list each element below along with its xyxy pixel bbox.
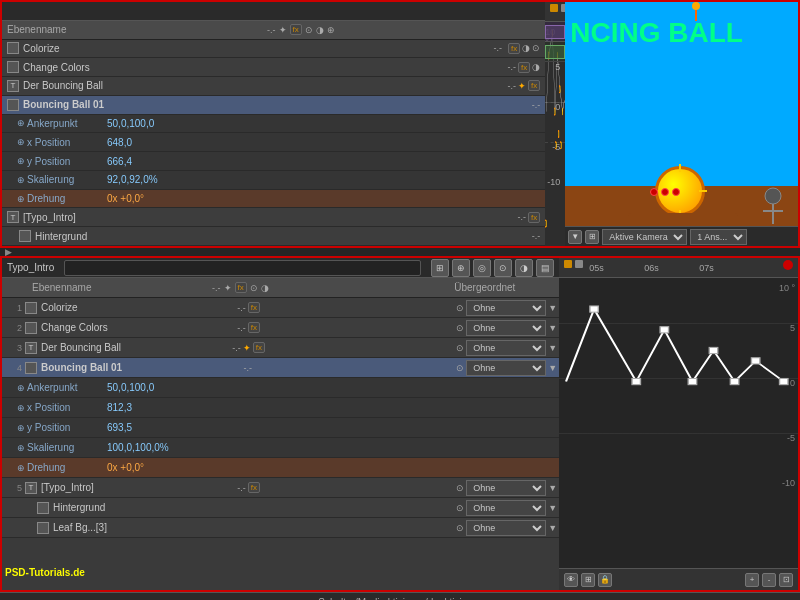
layer-checkbox-hintergrund[interactable] [19, 230, 31, 242]
b-ruler-mark-07s: 07s [699, 263, 714, 273]
b-parent-select-bouncing-ball-01[interactable]: Ohne [466, 360, 546, 376]
layer-row-change-colors[interactable]: Change Colors -.- fx ◑ [2, 58, 545, 77]
graph-ctrl-eye[interactable]: 👁 [564, 573, 578, 587]
track-change-colors [545, 42, 565, 62]
b-parent-icon-leaf-bg: ⊙ [456, 523, 464, 533]
b-parent-arrow-bouncing-ball-01: ▼ [548, 363, 557, 373]
kf-mid2 [559, 131, 560, 138]
b-layer-row-ankerpunkt[interactable]: ⊕ Ankerpunkt 50,0,100,0 [2, 378, 559, 398]
layer-row-ankerpunkt[interactable]: ⊕ Ankerpunkt 50,0,100,0 [2, 115, 545, 134]
track-bar-colorize [545, 25, 565, 39]
b-parent-arrow-change-colors: ▼ [548, 323, 557, 333]
preview-ctrl-btn2[interactable]: ⊞ [585, 230, 599, 244]
preview-title-text: NCING BALL [570, 17, 743, 49]
top-panel: Ebenenname -.- ✦ fx ⊙ ◑ ⊕ Colorize -.- f… [0, 0, 800, 248]
preview-bg: NCING BALL [565, 2, 798, 246]
b-parent-select-hintergrund[interactable]: Ohne [466, 500, 546, 516]
tb-icon-3[interactable]: ◎ [473, 259, 491, 277]
b-layer-row-hintergrund[interactable]: Hintergrund ⊙ Ohne ▼ [2, 498, 559, 518]
b-checkbox-hintergrund[interactable] [37, 502, 49, 514]
layer-row-typo-intro[interactable]: T [Typo_Intro] -.- fx [2, 208, 545, 227]
bottom-layer-row-der-bouncing-ball[interactable]: 3 T Der Bouncing Ball -.- ✦ fx ⊙ Ohne ▼ [2, 338, 559, 358]
layer-row-y-position[interactable]: ⊕ y Position 666,4 [2, 152, 545, 171]
prop-label-y-position: y Position [27, 156, 107, 167]
b-ruler-dot [564, 260, 572, 268]
graph-ctrl-zoom-in[interactable]: + [745, 573, 759, 587]
tb-icon-6[interactable]: ▤ [536, 259, 554, 277]
b-parent-arrow-der-bouncing-ball: ▼ [548, 343, 557, 353]
graph-ctrl-zoom-out[interactable]: - [762, 573, 776, 587]
layer-row-x-position[interactable]: ⊕ x Position 648,0 [2, 133, 545, 152]
fx-badge-change-colors: fx [518, 62, 530, 73]
tb-icon-5[interactable]: ◑ [515, 259, 533, 277]
b-layer-name-typo-intro: [Typo_Intro] [41, 482, 237, 493]
b-parent-select-der-bouncing-ball[interactable]: Ohne [466, 340, 546, 356]
tb-icon-1[interactable]: ⊞ [431, 259, 449, 277]
prop-val-drehung: 0x +0,0° [107, 193, 144, 204]
b-prop-val-x-position: 812,3 [107, 402, 132, 413]
svg-rect-6 [688, 378, 696, 384]
b-layer-row-typo-intro[interactable]: 5 T [Typo_Intro] -.- fx ⊙ Ohne ▼ [2, 478, 559, 498]
graph-ctrl-lock[interactable]: 🔒 [598, 573, 612, 587]
graph-ctrl-grid[interactable]: ⊞ [581, 573, 595, 587]
bottom-layer-row-bouncing-ball-01[interactable]: 4 Bouncing Ball 01 -.- ⊙ Ohne ▼ [2, 358, 559, 378]
search-input[interactable] [64, 260, 421, 276]
b-parent-select-colorize[interactable]: Ohne [466, 300, 546, 316]
layer-checkbox-change-colors[interactable] [7, 61, 19, 73]
svg-rect-8 [731, 378, 739, 384]
layer-row-der-bouncing-ball[interactable]: T Der Bouncing Ball -.- ✦ fx [2, 77, 545, 96]
layer-checkbox-der-bouncing-ball[interactable]: T [7, 80, 19, 92]
b-parent-arrow-colorize: ▼ [548, 303, 557, 313]
bottom-panel: Typo_Intro ⊞ ⊕ ◎ ⊙ ◑ ▤ Ebenenname -.- ✦ … [0, 256, 800, 592]
b-checkbox-typo-intro[interactable]: T [25, 482, 37, 494]
b-parent-icon-bouncing-ball-01: ⊙ [456, 363, 464, 373]
camera-select[interactable]: Aktive Kamera [602, 229, 687, 245]
b-layer-row-drehung[interactable]: ⊕ Drehung 0x +0,0° [2, 458, 559, 478]
row-num-5: 5 [4, 483, 22, 493]
prop-val-skalierung: 92,0,92,0% [107, 174, 158, 185]
svg-rect-5 [660, 327, 668, 333]
view-select[interactable]: 1 Ans... [690, 229, 747, 245]
preview-ctrl-btn1[interactable]: ▼ [568, 230, 582, 244]
track-bar-change-colors [545, 45, 565, 59]
layer-checkbox-bouncing-ball-01[interactable] [7, 99, 19, 111]
b-layer-row-x-position[interactable]: ⊕ x Position 812,3 [2, 398, 559, 418]
bottom-col-icons-header: -.- ✦ fx ⊙ ◑ [212, 282, 269, 293]
layer-row-colorize[interactable]: Colorize -.- fx ◑ ⊙ [2, 40, 545, 59]
bottom-layer-row-change-colors[interactable]: 2 Change Colors -.- fx ⊙ Ohne ▼ [2, 318, 559, 338]
b-checkbox-colorize[interactable] [25, 302, 37, 314]
preview-area: NCING BALL [565, 2, 798, 246]
tb-icon-4[interactable]: ⊙ [494, 259, 512, 277]
layer-row-bouncing-ball-01[interactable]: Bouncing Ball 01 -.- [2, 96, 545, 115]
bottom-layer-row-colorize[interactable]: 1 Colorize -.- fx ⊙ Ohne ▼ [2, 298, 559, 318]
b-checkbox-bouncing-ball-01[interactable] [25, 362, 37, 374]
b-layer-row-skalierung[interactable]: ⊕ Skalierung 100,0,100,0% [2, 438, 559, 458]
b-checkbox-change-colors[interactable] [25, 322, 37, 334]
layer-icons-change-colors: -.- fx ◑ [507, 62, 540, 73]
b-layer-name-hintergrund: Hintergrund [53, 502, 255, 513]
b-checkbox-leaf-bg[interactable] [37, 522, 49, 534]
graph-ctrl-fit[interactable]: ⊡ [779, 573, 793, 587]
bottom-timeline-ruler: 05s 06s 07s [559, 258, 798, 278]
b-parent-select-change-colors[interactable]: Ohne [466, 320, 546, 336]
layer-checkbox-colorize[interactable] [7, 42, 19, 54]
layer-checkbox-typo-intro[interactable]: T [7, 211, 19, 223]
b-prop-label-skalierung: Skalierung [27, 442, 107, 453]
b-layer-row-y-position[interactable]: ⊕ y Position 693,5 [2, 418, 559, 438]
b-checkbox-der-bouncing-ball[interactable]: T [25, 342, 37, 354]
tb-icon-2[interactable]: ⊕ [452, 259, 470, 277]
b-prop-val-skalierung: 100,0,100,0% [107, 442, 169, 453]
prop-val-y-position: 666,4 [107, 156, 132, 167]
layer-row-skalierung[interactable]: ⊕ Skalierung 92,0,92,0% [2, 171, 545, 190]
layer-row-hintergrund[interactable]: Hintergrund -.- [2, 227, 545, 246]
svg-rect-3 [590, 306, 598, 312]
b-fx-change-colors: fx [248, 322, 260, 333]
ruler-dot [550, 4, 558, 12]
layer-row-drehung[interactable]: ⊕ Drehung 0x +0,0° [2, 190, 545, 209]
b-parent-select-typo-intro[interactable]: Ohne [466, 480, 546, 496]
b-parent-select-leaf-bg[interactable]: Ohne [466, 520, 546, 536]
b-layer-row-leaf-bg[interactable]: Leaf Bg...[3] ⊙ Ohne ▼ [2, 518, 559, 538]
b-layer-name-leaf-bg: Leaf Bg...[3] [53, 522, 255, 533]
top-timeline-ruler: 05s 06s 07s [545, 2, 565, 22]
fx-label: fx [290, 24, 302, 35]
